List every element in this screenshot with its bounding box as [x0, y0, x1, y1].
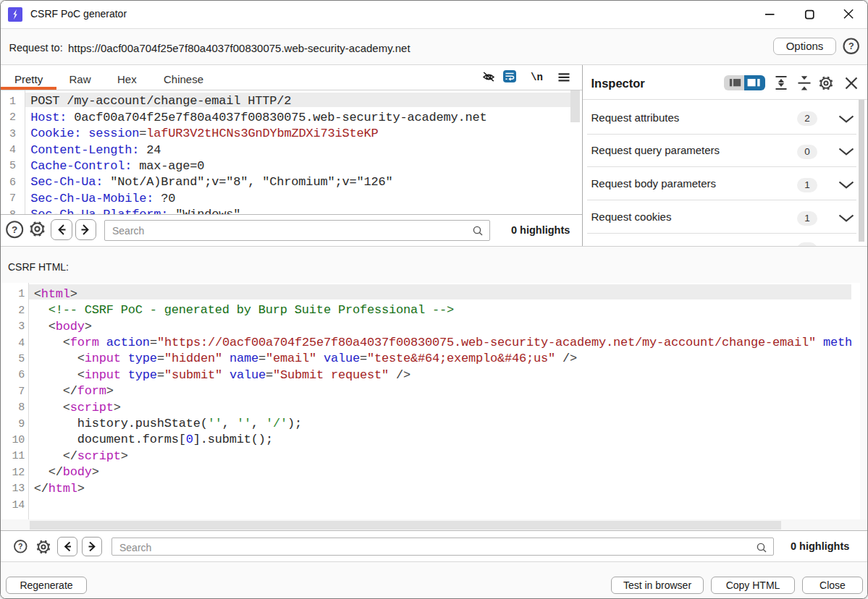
svg-text:?: ? — [12, 224, 17, 235]
svg-text:?: ? — [848, 41, 854, 51]
svg-text:?: ? — [18, 542, 22, 551]
